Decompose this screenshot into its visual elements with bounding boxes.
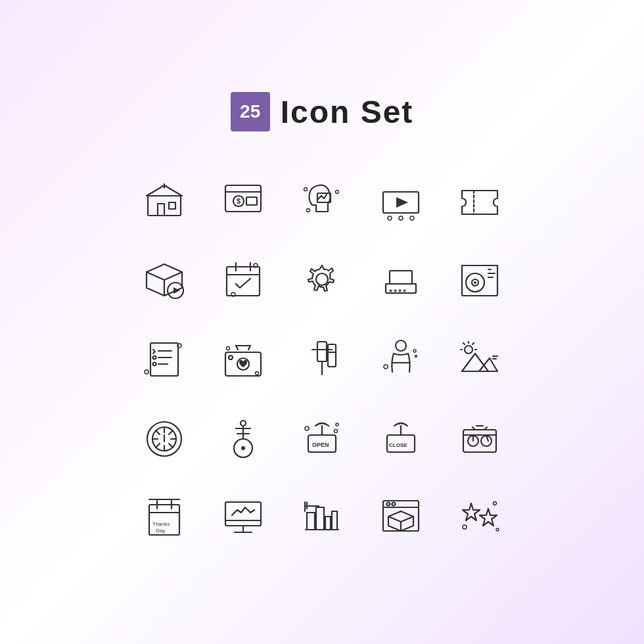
icon-pharmacy-store bbox=[128, 164, 200, 237]
svg-text:Thanks: Thanks bbox=[152, 521, 170, 527]
icon-open-sign: OPEN bbox=[286, 401, 358, 473]
svg-rect-1 bbox=[158, 204, 164, 216]
svg-point-62 bbox=[384, 365, 388, 369]
svg-point-52 bbox=[229, 356, 233, 359]
svg-point-63 bbox=[413, 350, 416, 352]
svg-point-66 bbox=[465, 346, 472, 354]
svg-point-136 bbox=[494, 502, 497, 505]
svg-text:★★★★: ★★★★ bbox=[388, 288, 407, 294]
svg-point-53 bbox=[227, 347, 230, 350]
svg-marker-15 bbox=[396, 197, 408, 208]
svg-point-37 bbox=[474, 281, 476, 284]
svg-rect-58 bbox=[328, 344, 336, 367]
svg-rect-122 bbox=[316, 507, 324, 530]
icon-ticket bbox=[444, 164, 516, 237]
svg-rect-123 bbox=[325, 517, 331, 530]
svg-line-69 bbox=[463, 343, 465, 344]
svg-text:CLOSE: CLOSE bbox=[389, 442, 407, 448]
svg-point-135 bbox=[463, 525, 467, 529]
icon-hat-stars: ★★★★ bbox=[365, 243, 437, 315]
svg-point-60 bbox=[396, 340, 406, 351]
icon-vinyl-player bbox=[444, 243, 516, 315]
svg-rect-2 bbox=[169, 202, 175, 209]
icon-timer bbox=[444, 401, 516, 473]
svg-point-29 bbox=[316, 273, 328, 285]
svg-line-81 bbox=[169, 444, 173, 448]
svg-line-68 bbox=[472, 343, 474, 344]
icon-grid: $ bbox=[128, 164, 516, 552]
svg-point-94 bbox=[305, 426, 309, 430]
svg-line-82 bbox=[169, 430, 173, 434]
svg-marker-134 bbox=[480, 509, 497, 526]
svg-text:OPEN: OPEN bbox=[312, 442, 329, 448]
icon-count-badge: 25 bbox=[231, 92, 270, 131]
svg-point-96 bbox=[336, 423, 338, 426]
icon-video-player bbox=[365, 164, 437, 237]
svg-point-47 bbox=[153, 363, 156, 366]
svg-point-130 bbox=[387, 503, 390, 506]
icon-gear-dial bbox=[128, 401, 200, 473]
svg-rect-124 bbox=[332, 511, 337, 530]
icon-thanks-day: Thanks Day bbox=[128, 480, 200, 552]
svg-point-11 bbox=[304, 188, 308, 191]
svg-rect-121 bbox=[307, 513, 315, 530]
icon-landscape bbox=[444, 322, 516, 394]
svg-point-12 bbox=[307, 209, 310, 212]
svg-rect-23 bbox=[227, 267, 260, 296]
icon-close-sign: CLOSE bbox=[365, 401, 437, 473]
svg-point-131 bbox=[392, 503, 396, 506]
svg-rect-116 bbox=[225, 502, 261, 526]
icon-settings-gear bbox=[286, 243, 358, 315]
svg-point-64 bbox=[415, 356, 417, 357]
icon-creative-mind bbox=[286, 164, 358, 237]
svg-point-18 bbox=[410, 216, 414, 220]
svg-point-48 bbox=[145, 370, 149, 374]
svg-rect-31 bbox=[390, 271, 412, 284]
svg-text:$: $ bbox=[237, 197, 241, 205]
icon-web-payment: $ bbox=[207, 164, 279, 237]
icon-tools bbox=[286, 322, 358, 394]
svg-point-13 bbox=[336, 191, 339, 194]
icon-checklist bbox=[128, 322, 200, 394]
svg-point-89 bbox=[241, 421, 246, 426]
svg-point-46 bbox=[153, 356, 156, 359]
svg-rect-55 bbox=[317, 342, 327, 361]
svg-point-86 bbox=[241, 446, 245, 450]
svg-text:Day: Day bbox=[156, 528, 165, 534]
icon-person-thinking bbox=[365, 322, 437, 394]
svg-line-83 bbox=[156, 444, 160, 448]
icon-camera-heart bbox=[207, 322, 279, 394]
icon-monitor bbox=[207, 480, 279, 552]
icon-calendar-check bbox=[207, 243, 279, 315]
icon-unicycle bbox=[207, 401, 279, 473]
svg-point-137 bbox=[496, 528, 499, 531]
icon-city-chart bbox=[286, 480, 358, 552]
svg-point-54 bbox=[256, 372, 259, 375]
svg-marker-133 bbox=[463, 503, 480, 520]
page-header: 25 Icon Set bbox=[231, 92, 414, 131]
icon-box-play bbox=[128, 243, 200, 315]
page-title: Icon Set bbox=[281, 94, 414, 130]
svg-line-80 bbox=[156, 430, 160, 434]
icon-stars bbox=[444, 480, 516, 552]
svg-point-95 bbox=[334, 430, 338, 433]
svg-point-16 bbox=[388, 216, 392, 220]
icon-web-box bbox=[365, 480, 437, 552]
svg-marker-22 bbox=[173, 287, 180, 294]
svg-point-17 bbox=[399, 216, 403, 220]
svg-rect-9 bbox=[246, 197, 257, 205]
